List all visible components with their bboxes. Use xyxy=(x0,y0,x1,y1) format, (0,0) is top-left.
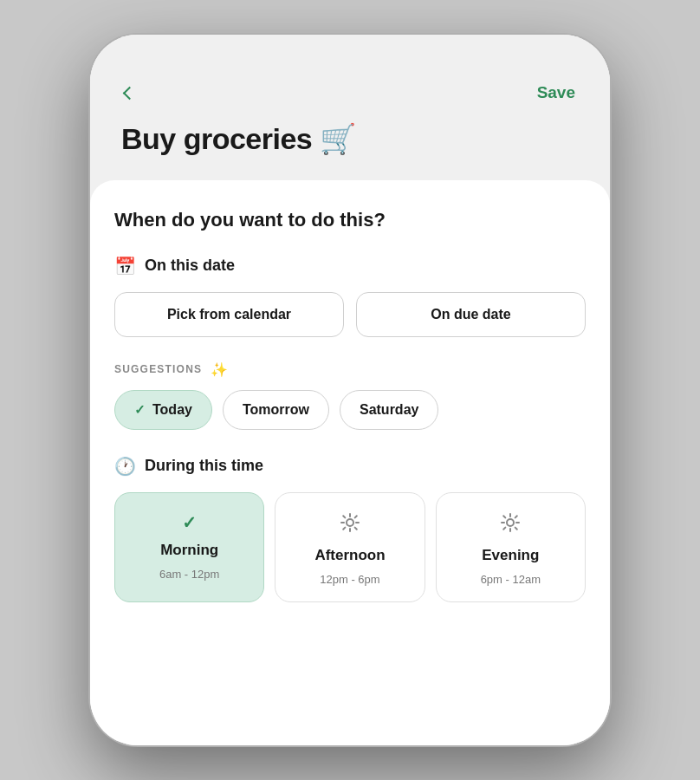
morning-range: 6am - 12pm xyxy=(159,568,219,581)
time-options-grid: ✓ Morning 6am - 12pm xyxy=(114,492,586,602)
svg-line-7 xyxy=(343,527,345,529)
morning-check-icon: ✓ xyxy=(182,512,197,533)
svg-point-9 xyxy=(507,519,514,526)
calendar-icon: 📅 xyxy=(114,256,136,276)
today-check-icon: ✓ xyxy=(134,402,146,418)
date-section-header: 📅 On this date xyxy=(114,256,586,276)
date-section-label: On this date xyxy=(145,257,235,275)
save-button[interactable]: Save xyxy=(534,80,579,106)
morning-label: Morning xyxy=(160,542,218,559)
sparkle-icon: ✨ xyxy=(211,361,228,378)
pick-from-calendar-button[interactable]: Pick from calendar xyxy=(114,292,344,337)
svg-line-17 xyxy=(515,516,517,517)
saturday-label: Saturday xyxy=(360,402,418,418)
page-title: Buy groceries 🛒 xyxy=(121,121,579,156)
suggestion-saturday[interactable]: Saturday xyxy=(340,390,438,430)
modal-card: When do you want to do this? 📅 On this d… xyxy=(90,180,610,745)
nav-row: Save xyxy=(121,80,579,106)
clock-icon: 🕐 xyxy=(114,456,136,477)
header-area: Save Buy groceries 🛒 xyxy=(90,35,610,173)
suggestion-today[interactable]: ✓ Today xyxy=(114,390,212,430)
svg-line-13 xyxy=(515,527,517,529)
evening-sun-icon xyxy=(500,512,521,538)
afternoon-option[interactable]: Afternoon 12pm - 6pm xyxy=(275,492,425,602)
evening-label: Evening xyxy=(482,547,539,564)
modal-question: When do you want to do this? xyxy=(114,208,586,233)
svg-line-3 xyxy=(343,516,345,517)
back-button[interactable] xyxy=(121,85,139,101)
screen: Save Buy groceries 🛒 When do you want to… xyxy=(90,35,610,745)
time-section-header: 🕐 During this time xyxy=(114,456,586,477)
evening-range: 6pm - 12am xyxy=(481,573,541,586)
svg-line-12 xyxy=(504,516,506,517)
svg-point-0 xyxy=(347,519,353,526)
evening-option[interactable]: Evening 6pm - 12am xyxy=(436,492,586,602)
suggestions-label: SUGGESTIONS xyxy=(114,363,202,375)
afternoon-sun-icon xyxy=(340,512,360,538)
date-options-row: Pick from calendar On due date xyxy=(114,292,586,337)
suggestion-tomorrow[interactable]: Tomorrow xyxy=(223,390,329,430)
svg-line-4 xyxy=(355,527,357,529)
morning-option[interactable]: ✓ Morning 6am - 12pm xyxy=(114,492,264,602)
svg-line-8 xyxy=(355,516,357,517)
phone-frame: Save Buy groceries 🛒 When do you want to… xyxy=(90,35,610,745)
back-arrow-icon xyxy=(123,86,137,100)
afternoon-range: 12pm - 6pm xyxy=(320,573,379,586)
afternoon-label: Afternoon xyxy=(314,547,385,564)
time-section-label: During this time xyxy=(145,457,263,475)
suggestions-header: SUGGESTIONS ✨ xyxy=(114,361,586,378)
today-label: Today xyxy=(152,402,192,418)
tomorrow-label: Tomorrow xyxy=(243,402,309,418)
suggestions-row: ✓ Today Tomorrow Saturday xyxy=(114,390,586,430)
svg-line-16 xyxy=(504,527,506,529)
on-due-date-button[interactable]: On due date xyxy=(356,292,586,337)
